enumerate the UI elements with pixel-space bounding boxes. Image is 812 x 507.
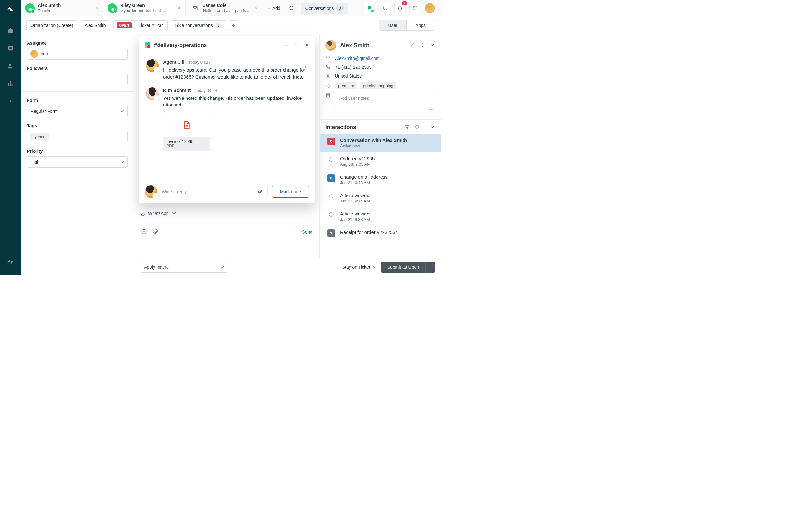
composer-toolbar: Send xyxy=(134,226,319,238)
emoji-button[interactable] xyxy=(141,229,147,235)
whatsapp-icon xyxy=(25,3,35,13)
conversation-area: WhatsApp Send #delivery-operations — ✕ xyxy=(134,34,319,259)
edit-button[interactable] xyxy=(410,43,415,49)
nav-admin[interactable] xyxy=(0,93,20,110)
tab-conversation-2[interactable]: Janae Cole Hello, I am having an is... × xyxy=(186,0,262,16)
profile-avatar[interactable] xyxy=(425,3,435,13)
tag-chip[interactable]: premium xyxy=(335,82,357,89)
form-label: Form xyxy=(27,98,128,103)
expand-button[interactable] xyxy=(294,42,299,48)
customer-phone: +1 (415) 123-2399 xyxy=(335,65,372,70)
notes-textarea[interactable]: Add user notes xyxy=(335,93,435,111)
followers-label: Followers xyxy=(27,66,128,71)
phone-icon xyxy=(325,65,331,70)
tab-close-button[interactable]: × xyxy=(94,3,100,13)
customer-avatar xyxy=(325,40,336,51)
chevron-down-icon xyxy=(373,265,376,269)
nav-rail xyxy=(0,0,20,275)
refresh-button[interactable] xyxy=(409,124,420,130)
collapse-button[interactable] xyxy=(430,43,435,49)
priority-select[interactable]: High xyxy=(27,156,128,168)
message-time: Today 04:24 xyxy=(195,88,217,93)
svg-point-10 xyxy=(143,231,144,231)
product-logo xyxy=(6,4,14,13)
timeline-item[interactable]: P Change email address Jan 21, 9:43 AM xyxy=(320,170,441,189)
notifications-badge: 7 xyxy=(402,1,407,5)
customer-location: United States xyxy=(335,73,362,78)
mark-done-button[interactable]: Mark done xyxy=(272,186,309,198)
ticket-status-badge: OPEN xyxy=(117,22,132,28)
reply-input[interactable]: Write a reply xyxy=(162,189,253,194)
talk-button[interactable] xyxy=(379,3,391,14)
more-button[interactable]: ⋮ xyxy=(420,43,425,49)
attachment[interactable]: Invoice_12965 PDF xyxy=(163,113,210,151)
breadcrumb-ticket[interactable]: OPEN Ticket #1234 xyxy=(113,20,168,31)
breadcrumb-org[interactable]: Organization (Create) xyxy=(26,20,78,31)
tab-apps[interactable]: Apps xyxy=(406,20,435,31)
message-menu-button[interactable]: ⋮ xyxy=(303,64,308,69)
timeline-item[interactable]: O Conversation with Alex Smith Active no… xyxy=(320,134,441,152)
close-button[interactable]: ✕ xyxy=(305,42,309,48)
minimize-button[interactable]: — xyxy=(283,42,288,48)
svg-point-16 xyxy=(327,84,327,85)
conversations-count: 0 xyxy=(336,6,344,11)
tab-add-button[interactable]: +Add xyxy=(262,0,286,16)
svg-point-9 xyxy=(142,229,146,234)
nav-reporting[interactable] xyxy=(0,75,20,93)
nav-customers[interactable] xyxy=(0,57,20,75)
attachment-button[interactable] xyxy=(257,188,263,195)
side-conversations-button[interactable]: Side conversations 1 xyxy=(171,20,226,31)
status-badge-open: O xyxy=(327,137,335,145)
notifications-button[interactable]: 7 xyxy=(394,3,406,14)
slack-message: Agent Jill Today 04:17 Hi delivery ops t… xyxy=(146,59,308,80)
tab-conversation-0[interactable]: Alex Smith Thanks! × xyxy=(20,0,103,16)
apply-macro-select[interactable]: Apply macro xyxy=(140,262,228,273)
avatar xyxy=(146,59,159,72)
svg-point-11 xyxy=(145,231,145,231)
tab-close-button[interactable]: × xyxy=(176,3,182,13)
message-body: Hi delivery ops team. Can you please app… xyxy=(163,66,308,80)
svg-rect-0 xyxy=(8,46,13,51)
email-icon xyxy=(190,3,200,13)
tab-close-button[interactable]: × xyxy=(252,3,258,13)
zendesk-logo[interactable] xyxy=(0,253,20,271)
tags-field[interactable]: lychee xyxy=(27,131,128,142)
form-select[interactable]: Regular Form xyxy=(27,106,128,117)
submit-dropdown-button[interactable] xyxy=(425,262,435,273)
submit-button[interactable]: Submit as Open xyxy=(381,262,425,273)
timeline-item[interactable]: Article viewed Jan 21, 9:14 AM xyxy=(320,189,441,207)
conversations-pill[interactable]: Conversations 0 xyxy=(301,3,348,14)
assignee-field[interactable]: You xyxy=(27,48,128,60)
collapse-button[interactable] xyxy=(425,124,435,130)
filter-button[interactable] xyxy=(399,124,409,130)
apps-grid-button[interactable] xyxy=(409,3,421,14)
timeline-item[interactable]: Article viewed Jan 21, 9:38 AM xyxy=(320,207,441,226)
svg-rect-6 xyxy=(416,6,417,8)
bottom-spacer xyxy=(20,259,134,275)
nav-home[interactable] xyxy=(0,21,20,39)
tab-conversation-1[interactable]: Riley Green My order number is 19... × xyxy=(103,0,186,16)
attachment-button[interactable] xyxy=(153,229,158,235)
svg-rect-7 xyxy=(413,9,415,10)
add-side-conversation-button[interactable]: + xyxy=(229,20,238,31)
tab-subtitle: Hello, I am having an is... xyxy=(203,8,252,13)
chat-status-button[interactable] xyxy=(364,3,375,14)
svg-rect-14 xyxy=(326,57,330,60)
timeline-item[interactable]: Ordered #12965 Aug 08, 9:05 AM xyxy=(320,152,441,170)
channel-bar[interactable]: WhatsApp xyxy=(134,207,319,219)
tab-user[interactable]: User xyxy=(379,20,407,31)
tag-chip[interactable]: lychee xyxy=(31,133,49,140)
tags-label: Tags xyxy=(27,123,128,128)
customer-notes-row: Add user notes xyxy=(325,93,435,111)
breadcrumb-user[interactable]: Alex Smith xyxy=(81,20,110,31)
stay-on-ticket-button[interactable]: Stay on Ticket xyxy=(342,265,376,270)
followers-field[interactable] xyxy=(27,73,128,85)
nav-views[interactable] xyxy=(0,39,20,57)
chevron-down-icon xyxy=(220,265,224,269)
search-button[interactable] xyxy=(286,0,298,16)
customer-email[interactable]: AlexSmith@gmail.com xyxy=(335,56,380,61)
send-button[interactable]: Send xyxy=(302,229,312,234)
interactions-timeline: O Conversation with Alex Smith Active no… xyxy=(320,134,441,259)
timeline-item[interactable]: S Receipt for order #2232534 xyxy=(320,226,441,241)
tag-chip[interactable]: priority shopping xyxy=(360,82,397,89)
